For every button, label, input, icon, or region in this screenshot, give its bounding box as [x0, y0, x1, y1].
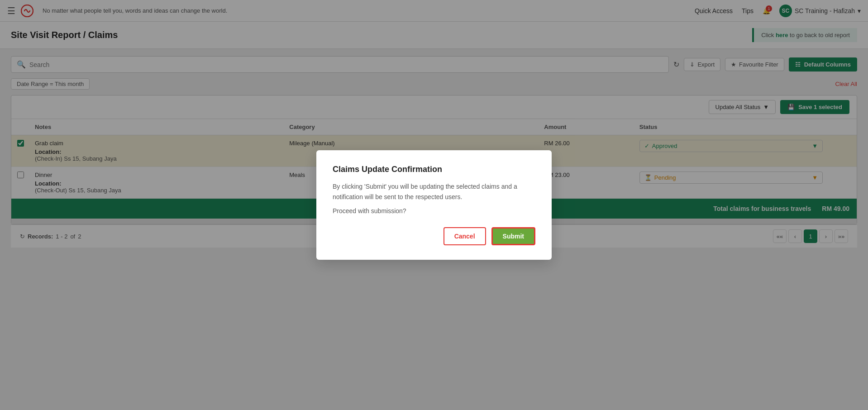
- modal-submit-button[interactable]: Submit: [491, 227, 535, 245]
- modal-title: Claims Update Confirmation: [333, 165, 535, 174]
- modal-dialog: Claims Update Confirmation By clicking '…: [316, 150, 552, 260]
- modal-question: Proceed with submission?: [333, 207, 535, 215]
- modal-overlay: Claims Update Confirmation By clicking '…: [0, 0, 868, 410]
- modal-cancel-button[interactable]: Cancel: [444, 227, 486, 245]
- modal-actions: Cancel Submit: [333, 227, 535, 245]
- modal-body: By clicking 'Submit' you will be updatin…: [333, 181, 535, 202]
